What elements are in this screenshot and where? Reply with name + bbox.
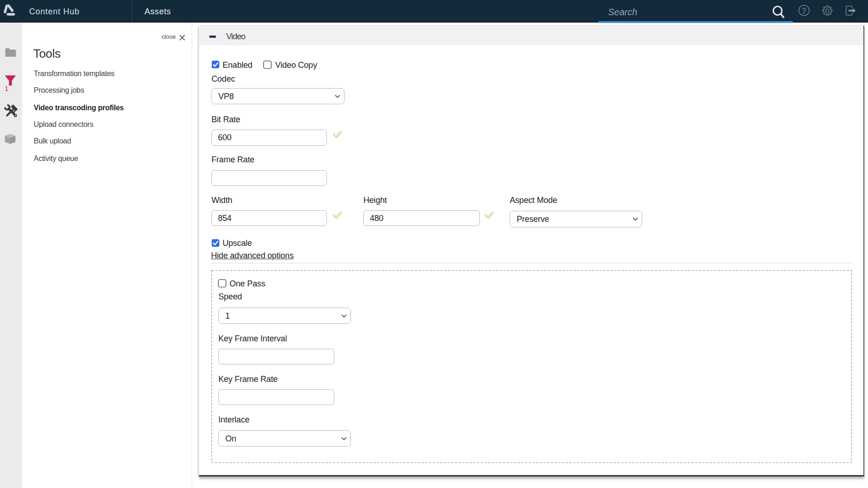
svg-text:1: 1 xyxy=(5,84,8,91)
